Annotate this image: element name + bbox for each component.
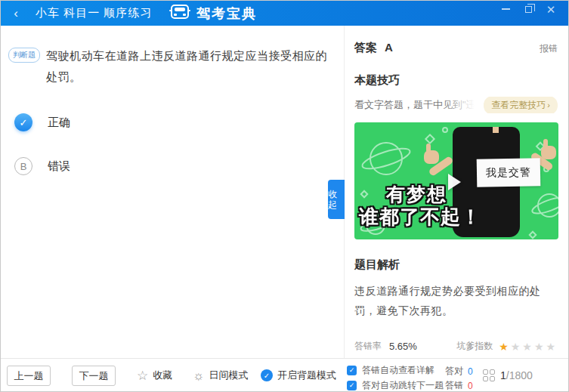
auto-view-explanation-checkbox[interactable]: ✓ 答错自动查看详解 bbox=[347, 363, 444, 378]
star-icon: ☆ bbox=[137, 369, 148, 382]
question-type-badge: 判断题 bbox=[8, 48, 40, 63]
error-rate-value: 5.65% bbox=[389, 341, 417, 352]
breadcrumb: 小车 科目一 顺序练习 bbox=[36, 6, 152, 20]
correct-count-label: 答对 bbox=[445, 365, 463, 378]
answer-value: A bbox=[385, 41, 393, 54]
option-correct[interactable]: ✓ 正确 bbox=[14, 113, 333, 131]
analysis-text: 违反道路通行规定势必要受到相应的处罚，避免下次再犯。 bbox=[354, 281, 560, 320]
top-bar: ‹ 小车 科目一 顺序练习 驾考宝典 ✕ bbox=[1, 1, 568, 26]
close-button[interactable]: ✕ bbox=[540, 1, 562, 17]
option-wrong[interactable]: B 错误 bbox=[14, 157, 333, 175]
checkbox-checked-icon: ✓ bbox=[347, 366, 357, 375]
score-counters: 答对 0 答错 0 bbox=[445, 364, 473, 392]
answer-sheet-button[interactable]: 1 /1800 bbox=[483, 359, 533, 392]
difficulty-star-rating: ★★★★★ bbox=[499, 341, 558, 353]
correct-count-value: 0 bbox=[468, 366, 473, 377]
favorite-button[interactable]: ☆ 收藏 bbox=[137, 359, 172, 392]
check-icon: ✓ bbox=[20, 117, 28, 128]
analysis-title: 题目解析 bbox=[354, 258, 558, 272]
car-icon bbox=[169, 4, 191, 23]
wrong-count-label: 答错 bbox=[445, 379, 463, 392]
main-area: 判断题 驾驶机动车在道路上违反道路通行规定应当接受相应的处罚。 ✓ 正确 B 错… bbox=[1, 26, 568, 358]
check-circle-icon: ✓ bbox=[261, 369, 273, 381]
day-mode-toggle[interactable]: ☼ 日间模式 bbox=[193, 359, 249, 392]
bottom-toolbar: 上一题 下一题 ☆ 收藏 ☼ 日间模式 ✓ 开启背题模式 ✓ 答错自动查看详解 … bbox=[1, 358, 568, 391]
answer-label: 答案 bbox=[354, 41, 377, 55]
tips-title: 本题技巧 bbox=[354, 73, 558, 88]
checkbox-checked-icon: ✓ bbox=[347, 381, 357, 390]
collapse-panel-tab[interactable]: 收起 bbox=[328, 180, 345, 219]
chevron-right-icon: › bbox=[547, 100, 550, 110]
app-window: ‹ 小车 科目一 顺序练习 驾考宝典 ✕ bbox=[0, 0, 569, 392]
person-neck bbox=[493, 127, 499, 133]
maximize-icon bbox=[525, 6, 532, 13]
thumbs-up-right-icon bbox=[541, 146, 556, 159]
minimize-button[interactable] bbox=[494, 1, 517, 17]
grid-icon bbox=[483, 369, 495, 381]
app-logo: 驾考宝典 bbox=[169, 1, 257, 26]
maximize-button[interactable] bbox=[517, 1, 540, 17]
video-caption: 有梦想 谁都了不起！ bbox=[359, 183, 481, 229]
app-name: 驾考宝典 bbox=[196, 5, 257, 23]
question-panel: 判断题 驾驶机动车在道路上违反道路通行规定应当接受相应的处罚。 ✓ 正确 B 错… bbox=[1, 26, 345, 358]
option-a-label: 正确 bbox=[48, 116, 70, 130]
tips-video-thumbnail[interactable]: 我是交警 有梦想 谁都了不起！ bbox=[354, 122, 558, 239]
window-controls: ✕ bbox=[494, 1, 562, 17]
auto-options-group: ✓ 答错自动查看详解 ✓ 答对自动跳转下一题 bbox=[347, 363, 444, 392]
thumbs-up-left-icon bbox=[424, 150, 439, 164]
close-icon: ✕ bbox=[546, 4, 556, 15]
option-b-badge: B bbox=[14, 157, 32, 175]
next-question-button[interactable]: 下一题 bbox=[72, 366, 116, 386]
auto-next-question-checkbox[interactable]: ✓ 答对自动跳转下一题 bbox=[347, 378, 444, 392]
tips-fade bbox=[443, 97, 488, 113]
error-rate-label: 答错率 bbox=[354, 340, 382, 353]
stats-row: 答错率 5.65% 坑爹指数 ★★★★★ bbox=[354, 340, 558, 353]
progress-current: 1 bbox=[500, 369, 506, 381]
option-a-badge: ✓ bbox=[14, 113, 32, 131]
previous-question-button[interactable]: 上一题 bbox=[7, 366, 51, 386]
minimize-icon bbox=[502, 8, 510, 10]
view-full-tips-button[interactable]: 查看完整技巧› bbox=[484, 97, 558, 113]
difficulty-label: 坑爹指数 bbox=[456, 340, 493, 353]
question-text: 驾驶机动车在道路上违反道路通行规定应当接受相应的处罚。 bbox=[46, 45, 333, 88]
tips-row: 看文字答题，题干中见到"违反… 查看完整技巧› bbox=[354, 97, 558, 113]
answer-panel: 答案 A 报错 本题技巧 看文字答题，题干中见到"违反… 查看完整技巧› bbox=[345, 26, 568, 358]
report-error-button[interactable]: 报错 bbox=[540, 42, 558, 55]
wrong-count-value: 0 bbox=[468, 381, 473, 391]
back-button[interactable]: ‹ bbox=[1, 1, 31, 26]
progress-total: /1800 bbox=[506, 369, 533, 381]
sign-card: 我是交警 bbox=[477, 158, 540, 187]
sun-icon: ☼ bbox=[193, 369, 205, 382]
sign-text: 我是交警 bbox=[486, 166, 531, 179]
option-b-label: 错误 bbox=[48, 159, 70, 174]
recite-mode-toggle[interactable]: ✓ 开启背题模式 bbox=[261, 359, 336, 392]
